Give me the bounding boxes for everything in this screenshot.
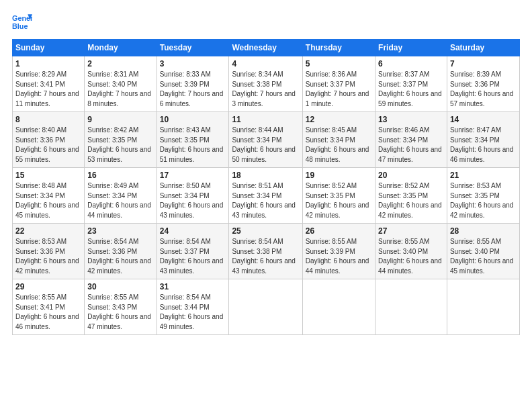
day-cell-9: 9 Sunrise: 8:42 AM Sunset: 3:35 PM Dayli… bbox=[85, 112, 157, 168]
day-info: Sunrise: 8:46 AM Sunset: 3:34 PM Dayligh… bbox=[378, 126, 444, 165]
day-cell-3: 3 Sunrise: 8:33 AM Sunset: 3:39 PM Dayli… bbox=[157, 56, 229, 112]
day-number: 26 bbox=[306, 226, 372, 236]
header: General Blue bbox=[12, 12, 520, 32]
day-number: 21 bbox=[450, 171, 517, 180]
day-info: Sunrise: 8:49 AM Sunset: 3:34 PM Dayligh… bbox=[87, 181, 153, 220]
day-number: 31 bbox=[160, 282, 226, 291]
logo: General Blue bbox=[12, 12, 32, 32]
empty-cell bbox=[229, 279, 302, 335]
day-info: Sunrise: 8:36 AM Sunset: 3:37 PM Dayligh… bbox=[306, 70, 372, 109]
day-cell-7: 7 Sunrise: 8:39 AM Sunset: 3:36 PM Dayli… bbox=[447, 56, 519, 112]
day-info: Sunrise: 8:34 AM Sunset: 3:38 PM Dayligh… bbox=[232, 70, 299, 109]
day-cell-31: 31 Sunrise: 8:54 AM Sunset: 3:44 PM Dayl… bbox=[157, 279, 229, 335]
day-info: Sunrise: 8:54 AM Sunset: 3:44 PM Dayligh… bbox=[160, 293, 226, 332]
day-info: Sunrise: 8:55 AM Sunset: 3:40 PM Dayligh… bbox=[450, 237, 517, 276]
day-cell-24: 24 Sunrise: 8:54 AM Sunset: 3:37 PM Dayl… bbox=[157, 224, 229, 279]
day-cell-23: 23 Sunrise: 8:54 AM Sunset: 3:36 PM Dayl… bbox=[85, 224, 157, 279]
day-number: 7 bbox=[450, 59, 517, 68]
day-cell-22: 22 Sunrise: 8:53 AM Sunset: 3:36 PM Dayl… bbox=[13, 224, 85, 279]
day-number: 6 bbox=[378, 59, 444, 68]
day-info: Sunrise: 8:54 AM Sunset: 3:37 PM Dayligh… bbox=[160, 237, 226, 276]
day-number: 27 bbox=[378, 226, 444, 236]
day-info: Sunrise: 8:50 AM Sunset: 3:34 PM Dayligh… bbox=[160, 181, 226, 220]
day-cell-26: 26 Sunrise: 8:55 AM Sunset: 3:39 PM Dayl… bbox=[302, 224, 375, 279]
day-cell-12: 12 Sunrise: 8:45 AM Sunset: 3:34 PM Dayl… bbox=[302, 112, 375, 168]
day-info: Sunrise: 8:55 AM Sunset: 3:41 PM Dayligh… bbox=[15, 293, 81, 332]
day-cell-2: 2 Sunrise: 8:31 AM Sunset: 3:40 PM Dayli… bbox=[85, 56, 157, 112]
day-cell-29: 29 Sunrise: 8:55 AM Sunset: 3:41 PM Dayl… bbox=[13, 279, 85, 335]
day-cell-1: 1 Sunrise: 8:29 AM Sunset: 3:41 PM Dayli… bbox=[13, 56, 85, 112]
day-cell-27: 27 Sunrise: 8:55 AM Sunset: 3:40 PM Dayl… bbox=[375, 224, 447, 279]
day-number: 28 bbox=[450, 226, 517, 236]
day-number: 22 bbox=[15, 226, 81, 236]
day-cell-6: 6 Sunrise: 8:37 AM Sunset: 3:37 PM Dayli… bbox=[375, 56, 447, 112]
weekday-header-saturday: Saturday bbox=[447, 40, 519, 56]
day-info: Sunrise: 8:43 AM Sunset: 3:35 PM Dayligh… bbox=[160, 126, 226, 165]
day-info: Sunrise: 8:33 AM Sunset: 3:39 PM Dayligh… bbox=[160, 70, 226, 109]
empty-cell bbox=[302, 279, 375, 335]
weekday-header-tuesday: Tuesday bbox=[157, 40, 229, 56]
day-number: 9 bbox=[87, 115, 153, 124]
day-cell-13: 13 Sunrise: 8:46 AM Sunset: 3:34 PM Dayl… bbox=[375, 112, 447, 168]
day-cell-25: 25 Sunrise: 8:54 AM Sunset: 3:38 PM Dayl… bbox=[229, 224, 302, 279]
calendar-table: SundayMondayTuesdayWednesdayThursdayFrid… bbox=[12, 39, 520, 335]
day-info: Sunrise: 8:55 AM Sunset: 3:39 PM Dayligh… bbox=[306, 237, 372, 276]
day-cell-19: 19 Sunrise: 8:52 AM Sunset: 3:35 PM Dayl… bbox=[302, 168, 375, 224]
day-number: 11 bbox=[232, 115, 299, 124]
day-info: Sunrise: 8:47 AM Sunset: 3:34 PM Dayligh… bbox=[450, 126, 517, 165]
day-info: Sunrise: 8:37 AM Sunset: 3:37 PM Dayligh… bbox=[378, 70, 444, 109]
weekday-header-sunday: Sunday bbox=[13, 40, 85, 56]
empty-cell bbox=[447, 279, 519, 335]
day-info: Sunrise: 8:39 AM Sunset: 3:36 PM Dayligh… bbox=[450, 70, 517, 109]
day-number: 15 bbox=[15, 171, 81, 180]
day-number: 29 bbox=[15, 282, 81, 291]
day-cell-10: 10 Sunrise: 8:43 AM Sunset: 3:35 PM Dayl… bbox=[157, 112, 229, 168]
day-info: Sunrise: 8:53 AM Sunset: 3:36 PM Dayligh… bbox=[15, 237, 81, 276]
day-info: Sunrise: 8:54 AM Sunset: 3:38 PM Dayligh… bbox=[232, 237, 299, 276]
day-info: Sunrise: 8:52 AM Sunset: 3:35 PM Dayligh… bbox=[378, 181, 444, 220]
day-info: Sunrise: 8:55 AM Sunset: 3:40 PM Dayligh… bbox=[378, 237, 444, 276]
day-number: 1 bbox=[15, 59, 81, 68]
day-number: 2 bbox=[87, 59, 153, 68]
day-cell-28: 28 Sunrise: 8:55 AM Sunset: 3:40 PM Dayl… bbox=[447, 224, 519, 279]
day-info: Sunrise: 8:48 AM Sunset: 3:34 PM Dayligh… bbox=[15, 181, 81, 220]
logo-icon: General Blue bbox=[12, 12, 32, 32]
day-number: 20 bbox=[378, 171, 444, 180]
day-cell-15: 15 Sunrise: 8:48 AM Sunset: 3:34 PM Dayl… bbox=[13, 168, 85, 224]
day-cell-8: 8 Sunrise: 8:40 AM Sunset: 3:36 PM Dayli… bbox=[13, 112, 85, 168]
day-info: Sunrise: 8:51 AM Sunset: 3:34 PM Dayligh… bbox=[232, 181, 299, 220]
day-number: 5 bbox=[306, 59, 372, 68]
day-cell-21: 21 Sunrise: 8:53 AM Sunset: 3:35 PM Dayl… bbox=[447, 168, 519, 224]
day-number: 23 bbox=[87, 226, 153, 236]
day-number: 17 bbox=[160, 171, 226, 180]
day-cell-18: 18 Sunrise: 8:51 AM Sunset: 3:34 PM Dayl… bbox=[229, 168, 302, 224]
day-number: 19 bbox=[306, 171, 372, 180]
day-number: 14 bbox=[450, 115, 517, 124]
day-number: 24 bbox=[160, 226, 226, 236]
day-cell-20: 20 Sunrise: 8:52 AM Sunset: 3:35 PM Dayl… bbox=[375, 168, 447, 224]
day-info: Sunrise: 8:52 AM Sunset: 3:35 PM Dayligh… bbox=[306, 181, 372, 220]
day-cell-16: 16 Sunrise: 8:49 AM Sunset: 3:34 PM Dayl… bbox=[85, 168, 157, 224]
day-info: Sunrise: 8:31 AM Sunset: 3:40 PM Dayligh… bbox=[87, 70, 153, 109]
day-cell-17: 17 Sunrise: 8:50 AM Sunset: 3:34 PM Dayl… bbox=[157, 168, 229, 224]
day-cell-4: 4 Sunrise: 8:34 AM Sunset: 3:38 PM Dayli… bbox=[229, 56, 302, 112]
day-number: 30 bbox=[87, 282, 153, 291]
day-number: 16 bbox=[87, 171, 153, 180]
day-number: 8 bbox=[15, 115, 81, 124]
day-number: 13 bbox=[378, 115, 444, 124]
weekday-header-monday: Monday bbox=[85, 40, 157, 56]
day-number: 10 bbox=[160, 115, 226, 124]
day-cell-5: 5 Sunrise: 8:36 AM Sunset: 3:37 PM Dayli… bbox=[302, 56, 375, 112]
weekday-header-thursday: Thursday bbox=[302, 40, 375, 56]
day-cell-30: 30 Sunrise: 8:55 AM Sunset: 3:43 PM Dayl… bbox=[85, 279, 157, 335]
weekday-header-wednesday: Wednesday bbox=[229, 40, 302, 56]
day-info: Sunrise: 8:44 AM Sunset: 3:34 PM Dayligh… bbox=[232, 126, 299, 165]
svg-text:Blue: Blue bbox=[12, 22, 28, 30]
day-info: Sunrise: 8:45 AM Sunset: 3:34 PM Dayligh… bbox=[306, 126, 372, 165]
day-number: 25 bbox=[232, 226, 299, 236]
day-info: Sunrise: 8:54 AM Sunset: 3:36 PM Dayligh… bbox=[87, 237, 153, 276]
day-cell-14: 14 Sunrise: 8:47 AM Sunset: 3:34 PM Dayl… bbox=[447, 112, 519, 168]
day-info: Sunrise: 8:40 AM Sunset: 3:36 PM Dayligh… bbox=[15, 126, 81, 165]
empty-cell bbox=[375, 279, 447, 335]
day-info: Sunrise: 8:29 AM Sunset: 3:41 PM Dayligh… bbox=[15, 70, 81, 109]
